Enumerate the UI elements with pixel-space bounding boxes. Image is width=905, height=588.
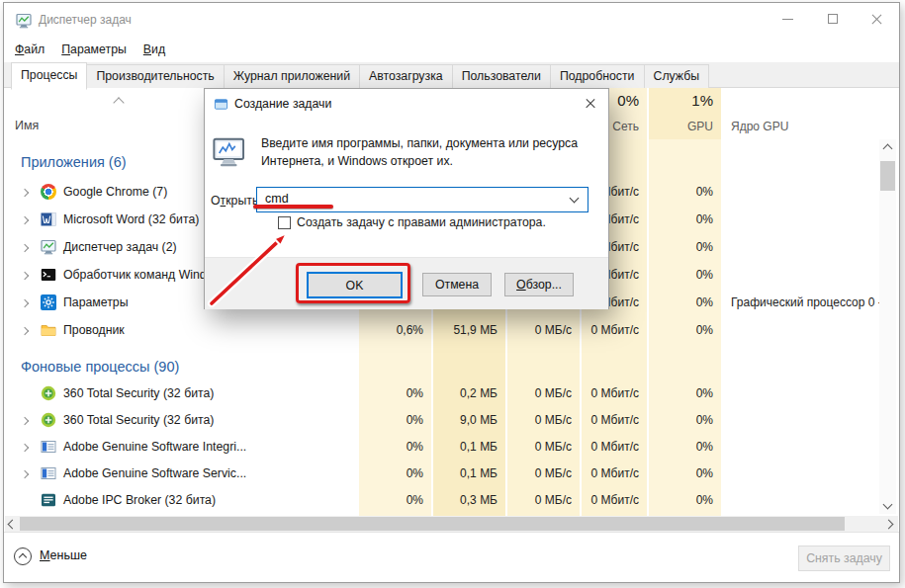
vertical-scroll-thumb[interactable] xyxy=(880,161,895,191)
scroll-right-icon[interactable] xyxy=(884,520,894,530)
cell-cpu: 0% xyxy=(359,487,431,514)
explorer-icon xyxy=(41,322,56,338)
cell-memory: 51,9 МБ xyxy=(433,317,505,344)
fewer-details-label: Меньше xyxy=(40,548,87,562)
task-manager-window: Диспетчер задач ФайлПараметрыВид Процесс… xyxy=(3,2,900,583)
window-title: Диспетчер задач xyxy=(39,13,132,27)
menu-item-view[interactable]: Вид xyxy=(143,39,165,61)
status-bar: Меньше Снять задачу xyxy=(4,532,899,582)
annotation-underline-cmd xyxy=(253,205,333,209)
chevron-right-icon[interactable] xyxy=(21,244,29,252)
window-app-icon xyxy=(214,97,228,112)
cancel-button[interactable]: Отмена xyxy=(422,273,492,296)
taskmgr-icon xyxy=(41,239,56,255)
process-group-header: Приложения (6) xyxy=(21,147,127,177)
process-name: Adobe Genuine Software Integri... xyxy=(63,434,246,461)
window-controls xyxy=(766,3,899,35)
tab-details[interactable]: Подробности xyxy=(551,64,645,89)
chevron-right-icon[interactable] xyxy=(21,417,29,425)
chevron-right-icon[interactable] xyxy=(21,189,29,197)
chevron-right-icon[interactable] xyxy=(21,470,29,478)
scroll-up-icon[interactable] xyxy=(883,144,893,154)
cell-gpu: 0% xyxy=(649,179,721,206)
cell-net: 0 Мбит/с xyxy=(582,317,647,344)
cell-net: 0 Мбит/с xyxy=(582,407,647,434)
process-row[interactable]: Adobe Genuine Software Servic...0%0,1 МБ… xyxy=(4,461,879,487)
tab-bar: ПроцессыПроизводительностьЖурнал приложе… xyxy=(4,62,899,88)
process-row[interactable]: 360 Total Security (32 бита)0%9,0 МБ0 МБ… xyxy=(4,407,879,434)
tab-processes[interactable]: Процессы xyxy=(11,62,87,90)
open-combobox[interactable]: cmd xyxy=(256,187,588,212)
tab-users[interactable]: Пользователи xyxy=(453,64,551,89)
process-row[interactable]: Adobe Genuine Software Integri...0%0,1 М… xyxy=(4,434,879,461)
tab-app-history[interactable]: Журнал приложений xyxy=(225,64,360,89)
chevron-right-icon[interactable] xyxy=(21,216,29,224)
cell-disk: 0 МБ/с xyxy=(507,380,580,407)
dialog-close-button[interactable] xyxy=(579,93,602,115)
cell-gpu: 0% xyxy=(649,461,721,487)
task-manager-icon xyxy=(16,13,32,29)
vertical-scrollbar[interactable] xyxy=(879,139,896,514)
cell-gpu: 0% xyxy=(649,407,721,434)
dialog-message: Введите имя программы, папки, документа … xyxy=(261,134,592,170)
horizontal-scrollbar[interactable] xyxy=(5,516,898,532)
process-name: Параметры xyxy=(63,290,129,316)
process-name: Adobe IPC Broker (32 бита) xyxy=(63,487,216,514)
tab-startup[interactable]: Автозагрузка xyxy=(360,64,453,89)
chevron-right-icon[interactable] xyxy=(21,299,29,307)
adobe-icon xyxy=(41,465,56,481)
menu-item-file[interactable]: Файл xyxy=(15,39,45,61)
chevron-up-circle-icon xyxy=(14,547,32,565)
cell-cpu: 0,6% xyxy=(359,317,431,344)
chevron-right-icon[interactable] xyxy=(21,327,29,335)
scroll-down-icon[interactable] xyxy=(883,500,893,510)
maximize-button[interactable] xyxy=(810,3,855,35)
browse-button[interactable]: Обзор... xyxy=(504,273,574,296)
column-header-name[interactable]: Имя xyxy=(15,119,39,132)
ts360-icon xyxy=(41,385,56,401)
column-header-gpu[interactable]: 1% GPU xyxy=(649,88,721,139)
cell-gpu: 0% xyxy=(649,434,721,461)
chevron-right-icon[interactable] xyxy=(21,272,29,280)
process-group-header: Фоновые процессы (90) xyxy=(21,352,179,381)
minimize-button[interactable] xyxy=(766,3,810,35)
process-row[interactable]: Проводник0,6%51,9 МБ0 МБ/с0 Мбит/с0% xyxy=(4,317,879,344)
cell-net: 0 Мбит/с xyxy=(582,380,647,407)
tab-performance[interactable]: Производительность xyxy=(87,64,224,89)
process-name: Проводник xyxy=(63,317,125,344)
scroll-left-icon[interactable] xyxy=(8,520,18,530)
cell-gpu: 0% xyxy=(649,290,721,316)
process-name: Диспетчер задач (2) xyxy=(63,234,177,261)
cell-disk: 0 МБ/с xyxy=(507,461,580,487)
horizontal-scroll-thumb[interactable] xyxy=(20,517,845,531)
cell-cpu: 0% xyxy=(359,380,431,407)
adobe-icon xyxy=(41,439,56,455)
cell-gpu: 0% xyxy=(649,207,721,233)
cell-memory: 0,1 МБ xyxy=(433,461,505,487)
tab-services[interactable]: Службы xyxy=(645,64,710,89)
cell-disk: 0 МБ/с xyxy=(507,407,580,434)
cell-memory: 9,0 МБ xyxy=(433,407,505,434)
process-name: Google Chrome (7) xyxy=(63,179,167,206)
sort-ascending-icon xyxy=(113,97,124,108)
cell-gpu: 0% xyxy=(649,487,721,514)
process-row[interactable]: 360 Total Security (32 бита)0%0,2 МБ0 МБ… xyxy=(4,380,879,407)
cell-cpu: 0% xyxy=(359,407,431,434)
cell-net: 0 Мбит/с xyxy=(582,461,647,487)
cell-disk: 0 МБ/с xyxy=(507,434,580,461)
cell-cpu: 0% xyxy=(359,434,431,461)
cell-gpu: 0% xyxy=(649,234,721,261)
cell-memory: 0,2 МБ xyxy=(433,380,505,407)
chevron-down-icon[interactable] xyxy=(562,188,588,211)
column-header-gpu-engine[interactable]: Ядро GPU xyxy=(723,88,879,139)
annotation-arrow xyxy=(197,224,306,318)
menu-item-options[interactable]: Параметры xyxy=(61,39,127,61)
close-button[interactable] xyxy=(855,3,899,35)
cmd-icon xyxy=(41,267,56,283)
end-task-button[interactable]: Снять задачу xyxy=(798,546,890,571)
chrome-icon xyxy=(41,184,56,200)
process-row[interactable]: Adobe IPC Broker (32 бита)0%0,3 МБ0 МБ/с… xyxy=(4,487,879,514)
net-total-percent: 0% xyxy=(617,92,639,109)
chevron-right-icon[interactable] xyxy=(21,444,29,452)
cell-memory: 0,1 МБ xyxy=(433,434,505,461)
